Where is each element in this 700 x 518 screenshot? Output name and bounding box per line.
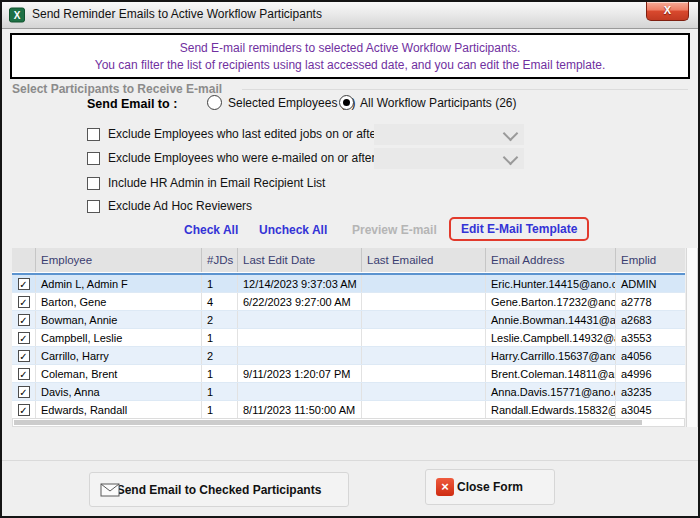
- row-checkbox[interactable]: ✓: [18, 368, 30, 380]
- send-email-button[interactable]: Send Email to Checked Participants: [89, 472, 349, 507]
- table-row[interactable]: ✓Barton, Gene46/22/2023 9:27:00 AMGene.B…: [12, 293, 685, 311]
- excel-icon: X: [9, 7, 25, 23]
- cell-jds: 1: [202, 365, 238, 382]
- cell-employee: Campbell, Leslie: [36, 329, 202, 346]
- cell-emplid: ADMIN: [616, 275, 685, 292]
- cell-emplid: a4056: [616, 347, 685, 364]
- cell-jds: 2: [202, 311, 238, 328]
- cell-employee: Bowman, Annie: [36, 311, 202, 328]
- row-checkbox-cell: ✓: [12, 401, 36, 418]
- cell-emplid: a3235: [616, 383, 685, 400]
- title-bar: X Send Reminder Emails to Active Workflo…: [2, 2, 698, 29]
- cell-last-edit-date: 8/11/2023 11:50:00 AM: [238, 401, 362, 418]
- table-body: ✓Admin L, Admin F112/14/2023 9:37:03 AME…: [12, 275, 685, 419]
- filter-include-hr-admin[interactable]: Include HR Admin in Email Recipient List: [87, 176, 325, 190]
- cell-jds: 1: [202, 401, 238, 418]
- window-title: Send Reminder Emails to Active Workflow …: [32, 2, 322, 27]
- header-last-edit-date[interactable]: Last Edit Date: [238, 248, 362, 272]
- uncheck-all-link[interactable]: Uncheck All: [259, 223, 327, 237]
- cell-last-edit-date: 12/14/2023 9:37:03 AM: [238, 275, 362, 292]
- cell-last-emailed: [362, 293, 486, 310]
- check-all-link[interactable]: Check All: [184, 223, 238, 237]
- header-checkbox-column: [12, 248, 36, 272]
- checkbox-icon[interactable]: [87, 152, 100, 165]
- row-checkbox[interactable]: ✓: [18, 386, 30, 398]
- cell-email-address: Randall.Edwards.15832@ano.com: [486, 401, 616, 418]
- cell-last-edit-date: [238, 347, 362, 364]
- last-edited-date-dropdown[interactable]: [374, 124, 524, 145]
- cell-employee: Davis, Anna: [36, 383, 202, 400]
- filter-label: Exclude Employees who were e-mailed on o…: [108, 151, 379, 165]
- chevron-down-icon: [503, 150, 519, 166]
- groupbox-border: [242, 89, 688, 90]
- row-checkbox-cell: ✓: [12, 329, 36, 346]
- row-checkbox[interactable]: ✓: [18, 350, 30, 362]
- edit-email-template-link[interactable]: Edit E-Mail Template: [449, 217, 589, 241]
- cell-email-address: Eric.Hunter.14415@ano.com: [486, 275, 616, 292]
- instruction-line2: You can filter the list of recipients us…: [12, 58, 688, 72]
- red-x-icon: ×: [436, 478, 454, 496]
- cell-last-emailed: [362, 365, 486, 382]
- footer-divider: [2, 460, 698, 461]
- emailed-date-dropdown[interactable]: [374, 148, 524, 169]
- cell-emplid: a3553: [616, 329, 685, 346]
- row-checkbox[interactable]: ✓: [18, 278, 30, 290]
- cell-email-address: Anna.Davis.15771@ano.com: [486, 383, 616, 400]
- header-employee[interactable]: Employee: [36, 248, 202, 272]
- close-form-button[interactable]: × Close Form: [425, 469, 555, 505]
- close-form-button-label: Close Form: [457, 480, 523, 494]
- table-row[interactable]: ✓Davis, Anna1Anna.Davis.15771@ano.coma32…: [12, 383, 685, 401]
- table-row[interactable]: ✓Carrillo, Harry2Harry.Carrillo.15637@an…: [12, 347, 685, 365]
- row-checkbox[interactable]: ✓: [18, 314, 30, 326]
- row-checkbox-cell: ✓: [12, 293, 36, 310]
- horizontal-scrollbar-thumb[interactable]: [14, 420, 642, 425]
- filter-exclude-last-edited[interactable]: Exclude Employees who last edited jobs o…: [87, 127, 383, 141]
- cell-last-edit-date: 6/22/2023 9:27:00 AM: [238, 293, 362, 310]
- radio-all-workflow-participants[interactable]: All Workflow Participants (26): [339, 95, 517, 110]
- checkbox-icon[interactable]: [87, 200, 100, 213]
- cell-last-emailed: [362, 347, 486, 364]
- filter-exclude-ad-hoc[interactable]: Exclude Ad Hoc Reviewers: [87, 199, 252, 213]
- vertical-scrollbar[interactable]: [686, 248, 698, 427]
- filter-label: Include HR Admin in Email Recipient List: [108, 176, 325, 190]
- row-checkbox[interactable]: ✓: [18, 296, 30, 308]
- table-row[interactable]: ✓Admin L, Admin F112/14/2023 9:37:03 AME…: [12, 275, 685, 293]
- radio-circle-icon: [207, 95, 222, 110]
- row-checkbox[interactable]: ✓: [18, 332, 30, 344]
- radio-label: All Workflow Participants (26): [360, 96, 517, 110]
- cell-employee: Carrillo, Harry: [36, 347, 202, 364]
- cell-employee: Admin L, Admin F: [36, 275, 202, 292]
- cell-email-address: Annie.Bowman.14431@ano.com: [486, 311, 616, 328]
- instruction-banner: Send E-mail reminders to selected Active…: [10, 33, 690, 79]
- row-checkbox[interactable]: ✓: [18, 404, 30, 416]
- radio-selected-employees[interactable]: Selected Employees (1): [207, 95, 355, 110]
- cell-jds: 1: [202, 329, 238, 346]
- horizontal-scrollbar[interactable]: [12, 418, 685, 427]
- table-row[interactable]: ✓Bowman, Annie2Annie.Bowman.14431@ano.co…: [12, 311, 685, 329]
- header-email-address[interactable]: Email Address: [486, 248, 616, 272]
- cell-last-emailed: [362, 311, 486, 328]
- cell-jds: 1: [202, 275, 238, 292]
- cell-last-edit-date: [238, 311, 362, 328]
- table-row[interactable]: ✓Edwards, Randall18/11/2023 11:50:00 AMR…: [12, 401, 685, 419]
- checkbox-icon[interactable]: [87, 128, 100, 141]
- cell-emplid: a4996: [616, 365, 685, 382]
- chevron-down-icon: [503, 126, 519, 142]
- checkbox-icon[interactable]: [87, 177, 100, 190]
- cell-email-address: Brent.Coleman.14811@ano.com: [486, 365, 616, 382]
- header-emplid[interactable]: Emplid: [616, 248, 685, 272]
- cell-employee: Edwards, Randall: [36, 401, 202, 418]
- cell-emplid: a2778: [616, 293, 685, 310]
- envelope-icon: [100, 483, 120, 497]
- row-checkbox-cell: ✓: [12, 365, 36, 382]
- header-jds[interactable]: #JDs: [202, 248, 238, 272]
- filter-exclude-emailed[interactable]: Exclude Employees who were e-mailed on o…: [87, 151, 379, 165]
- close-icon[interactable]: X: [646, 2, 689, 21]
- table-row[interactable]: ✓Campbell, Leslie1Leslie.Campbell.14932@…: [12, 329, 685, 347]
- cell-jds: 1: [202, 383, 238, 400]
- cell-employee: Coleman, Brent: [36, 365, 202, 382]
- header-last-emailed[interactable]: Last Emailed: [362, 248, 486, 272]
- svg-text:X: X: [14, 10, 21, 21]
- cell-email-address: Gene.Barton.17232@ano.com: [486, 293, 616, 310]
- table-row[interactable]: ✓Coleman, Brent19/11/2023 1:20:07 PMBren…: [12, 365, 685, 383]
